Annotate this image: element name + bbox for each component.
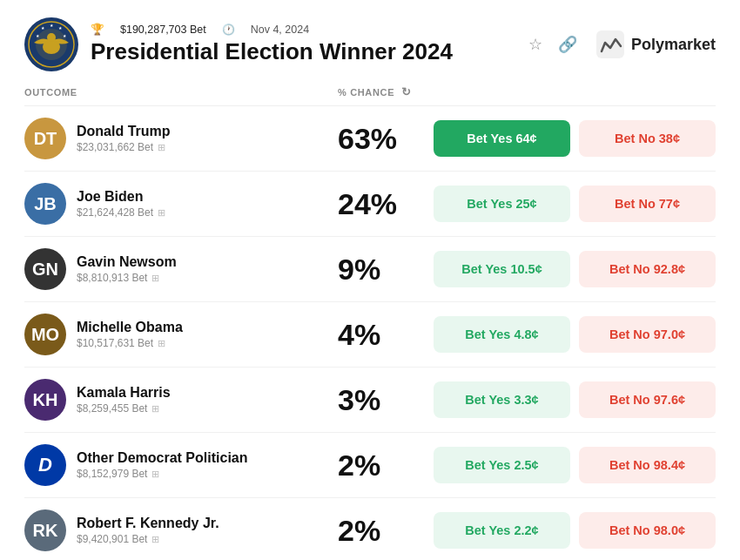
- bet-yes-button-michelle[interactable]: Bet Yes 4.8¢: [434, 316, 570, 353]
- bet-no-button-dem[interactable]: Bet No 98.4¢: [579, 447, 716, 483]
- clock-icon: 🕐: [222, 24, 235, 36]
- meta-row: 🏆 $190,287,703 Bet 🕐 Nov 4, 2024: [91, 23, 453, 36]
- grid-icon-kennedy[interactable]: ⊞: [151, 534, 159, 545]
- polymarket-brand: Polymarket: [596, 30, 716, 58]
- avatar-kennedy: RK: [24, 509, 66, 551]
- outcome-cell-trump: DT Donald Trump $23,031,662 Bet ⊞: [24, 118, 338, 159]
- refresh-icon[interactable]: ↻: [401, 85, 412, 98]
- actions-cell-michelle: Bet Yes 4.8¢ Bet No 97.0¢: [434, 316, 716, 353]
- outcome-cell-kennedy: RK Robert F. Kennedy Jr. $9,420,901 Bet …: [24, 509, 338, 551]
- trophy-icon: 🏆: [91, 23, 104, 36]
- bet-no-button-kennedy[interactable]: Bet No 98.0¢: [579, 512, 716, 549]
- bet-no-button-harris[interactable]: Bet No 97.6¢: [579, 381, 716, 418]
- chance-cell-trump: 63%: [338, 122, 434, 156]
- bet-no-button-trump[interactable]: Bet No 38¢: [579, 120, 716, 157]
- actions-cell-newsom: Bet Yes 10.5¢ Bet No 92.8¢: [434, 251, 716, 287]
- grid-icon-trump[interactable]: ⊞: [158, 142, 165, 153]
- candidate-name-newsom: Gavin Newsom: [77, 254, 177, 270]
- bet-yes-button-trump[interactable]: Bet Yes 64¢: [434, 120, 570, 157]
- grid-icon-biden[interactable]: ⊞: [158, 207, 165, 219]
- header-left: ★ ★ ★ ★ ★ 🏆 $190,287,703 Bet 🕐 Nov 4, 20…: [24, 17, 453, 71]
- table-row: GN Gavin Newsom $8,810,913 Bet ⊞ 9% Bet …: [24, 237, 716, 302]
- rows-container: DT Donald Trump $23,031,662 Bet ⊞ 63% Be…: [24, 106, 716, 560]
- main-card: ★ ★ ★ ★ ★ 🏆 $190,287,703 Bet 🕐 Nov 4, 20…: [0, 0, 740, 560]
- actions-cell-dem: Bet Yes 2.5¢ Bet No 98.4¢: [434, 447, 716, 483]
- actions-cell-trump: Bet Yes 64¢ Bet No 38¢: [434, 120, 716, 157]
- polymarket-logo-icon: [596, 30, 624, 58]
- candidate-bet-kennedy: $9,420,901 Bet ⊞: [77, 533, 219, 545]
- header-title-block: 🏆 $190,287,703 Bet 🕐 Nov 4, 2024 Preside…: [91, 23, 453, 65]
- bet-no-button-michelle[interactable]: Bet No 97.0¢: [579, 316, 716, 353]
- page-title: Presidential Election Winner 2024: [91, 38, 453, 65]
- bet-yes-button-newsom[interactable]: Bet Yes 10.5¢: [434, 251, 570, 287]
- candidate-info-newsom: Gavin Newsom $8,810,913 Bet ⊞: [77, 254, 177, 284]
- bet-yes-button-harris[interactable]: Bet Yes 3.3¢: [434, 381, 570, 418]
- table-row: JB Joe Biden $21,624,428 Bet ⊞ 24% Bet Y…: [24, 172, 716, 237]
- candidate-bet-dem: $8,152,979 Bet ⊞: [77, 468, 248, 480]
- candidate-info-dem: Other Democrat Politician $8,152,979 Bet…: [77, 450, 248, 480]
- chance-cell-newsom: 9%: [338, 253, 434, 287]
- table-row: D Other Democrat Politician $8,152,979 B…: [24, 433, 716, 498]
- actions-cell-biden: Bet Yes 25¢ Bet No 77¢: [434, 186, 716, 222]
- bet-no-button-biden[interactable]: Bet No 77¢: [579, 186, 716, 222]
- grid-icon-michelle[interactable]: ⊞: [158, 338, 165, 349]
- avatar-michelle: MO: [24, 314, 66, 355]
- col-outcome-header: OUTCOME: [24, 87, 338, 98]
- avatar-dem: D: [24, 444, 66, 486]
- header-date: Nov 4, 2024: [251, 24, 309, 36]
- share-button[interactable]: 🔗: [555, 31, 581, 57]
- candidate-bet-newsom: $8,810,913 Bet ⊞: [77, 272, 177, 284]
- candidate-name-kennedy: Robert F. Kennedy Jr.: [77, 516, 219, 531]
- candidate-bet-trump: $23,031,662 Bet ⊞: [77, 141, 171, 153]
- table-row: RK Robert F. Kennedy Jr. $9,420,901 Bet …: [24, 498, 716, 560]
- chance-cell-michelle: 4%: [338, 318, 434, 352]
- avatar-newsom: GN: [24, 248, 66, 290]
- header-icons: ☆ 🔗: [525, 31, 581, 57]
- avatar-biden: JB: [24, 183, 66, 225]
- actions-cell-harris: Bet Yes 3.3¢ Bet No 97.6¢: [434, 381, 716, 418]
- svg-point-4: [47, 33, 56, 42]
- grid-icon-newsom[interactable]: ⊞: [151, 273, 159, 284]
- bookmark-button[interactable]: ☆: [525, 31, 546, 57]
- outcome-cell-dem: D Other Democrat Politician $8,152,979 B…: [24, 444, 338, 486]
- table-row: DT Donald Trump $23,031,662 Bet ⊞ 63% Be…: [24, 106, 716, 172]
- header-right: ☆ 🔗 Polymarket: [525, 30, 716, 58]
- chance-cell-kennedy: 2%: [338, 514, 434, 548]
- chance-cell-dem: 2%: [338, 449, 434, 482]
- bet-yes-button-dem[interactable]: Bet Yes 2.5¢: [434, 447, 570, 483]
- table-row: MO Michelle Obama $10,517,631 Bet ⊞ 4% B…: [24, 302, 716, 368]
- col-chance-header: % CHANCE ↻: [338, 85, 434, 98]
- polymarket-label: Polymarket: [631, 36, 716, 54]
- candidate-bet-michelle: $10,517,631 Bet ⊞: [77, 337, 183, 349]
- chance-cell-harris: 3%: [338, 383, 434, 417]
- bet-no-button-newsom[interactable]: Bet No 92.8¢: [579, 251, 716, 287]
- candidate-name-trump: Donald Trump: [77, 124, 171, 139]
- grid-icon-dem[interactable]: ⊞: [151, 469, 159, 480]
- bet-yes-button-kennedy[interactable]: Bet Yes 2.2¢: [434, 512, 570, 549]
- candidate-info-trump: Donald Trump $23,031,662 Bet ⊞: [77, 124, 171, 153]
- table-header: OUTCOME % CHANCE ↻: [24, 77, 716, 106]
- actions-cell-kennedy: Bet Yes 2.2¢ Bet No 98.0¢: [434, 512, 716, 549]
- candidate-info-biden: Joe Biden $21,624,428 Bet ⊞: [77, 189, 165, 219]
- outcome-cell-biden: JB Joe Biden $21,624,428 Bet ⊞: [24, 183, 338, 225]
- outcome-cell-newsom: GN Gavin Newsom $8,810,913 Bet ⊞: [24, 248, 338, 290]
- candidate-bet-harris: $8,259,455 Bet ⊞: [77, 402, 171, 415]
- avatar-trump: DT: [24, 118, 66, 159]
- presidential-seal: ★ ★ ★ ★ ★: [24, 17, 78, 71]
- avatar-harris: KH: [24, 379, 66, 421]
- candidate-name-harris: Kamala Harris: [77, 385, 171, 401]
- bet-yes-button-biden[interactable]: Bet Yes 25¢: [434, 186, 570, 222]
- candidate-name-dem: Other Democrat Politician: [77, 450, 248, 466]
- candidate-info-harris: Kamala Harris $8,259,455 Bet ⊞: [77, 385, 171, 415]
- candidate-name-michelle: Michelle Obama: [77, 320, 183, 335]
- header: ★ ★ ★ ★ ★ 🏆 $190,287,703 Bet 🕐 Nov 4, 20…: [24, 17, 716, 71]
- candidate-info-kennedy: Robert F. Kennedy Jr. $9,420,901 Bet ⊞: [77, 516, 219, 545]
- table-row: KH Kamala Harris $8,259,455 Bet ⊞ 3% Bet…: [24, 368, 716, 433]
- candidate-name-biden: Joe Biden: [77, 189, 165, 205]
- total-bet: $190,287,703 Bet: [120, 24, 206, 36]
- outcome-cell-harris: KH Kamala Harris $8,259,455 Bet ⊞: [24, 379, 338, 421]
- candidate-bet-biden: $21,624,428 Bet ⊞: [77, 206, 165, 219]
- grid-icon-harris[interactable]: ⊞: [151, 403, 159, 415]
- candidate-info-michelle: Michelle Obama $10,517,631 Bet ⊞: [77, 320, 183, 349]
- outcome-cell-michelle: MO Michelle Obama $10,517,631 Bet ⊞: [24, 314, 338, 355]
